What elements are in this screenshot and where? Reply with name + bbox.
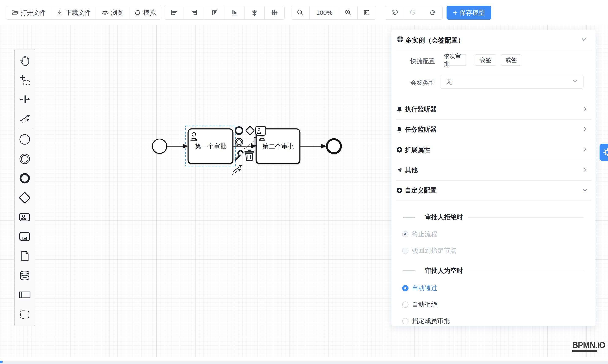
append-end-event-icon[interactable] bbox=[236, 127, 243, 134]
simulate-label: 模拟 bbox=[143, 8, 156, 17]
sign-type-select[interactable]: 无 bbox=[440, 75, 583, 89]
palette-participant[interactable] bbox=[14, 285, 35, 305]
align-right-icon bbox=[191, 9, 198, 16]
reject-section-title: 审批人拒绝时 bbox=[425, 213, 463, 221]
chevron-right-icon bbox=[582, 126, 588, 133]
zoom-out-button[interactable] bbox=[291, 6, 309, 19]
append-intermediate-event-icon[interactable] bbox=[235, 138, 243, 146]
section-label: 其他 bbox=[405, 166, 418, 174]
radio-unchecked-disabled-icon bbox=[402, 247, 409, 254]
palette-space-tool[interactable] bbox=[14, 90, 35, 109]
task1-label: 第一个审批 bbox=[195, 143, 226, 150]
palette-lasso-tool[interactable] bbox=[14, 70, 35, 90]
palette-end-event[interactable] bbox=[14, 169, 35, 188]
delete-trash-icon[interactable] bbox=[245, 150, 254, 161]
section-other[interactable]: 其他 bbox=[391, 160, 595, 180]
zoom-out-icon bbox=[297, 9, 304, 16]
palette-hand-tool[interactable] bbox=[14, 51, 35, 70]
palette-divider bbox=[17, 129, 32, 129]
radio-unchecked-icon bbox=[402, 318, 409, 324]
task2-label: 第二个审批 bbox=[262, 143, 294, 150]
chevron-right-icon bbox=[582, 106, 588, 113]
palette-data-store[interactable] bbox=[14, 266, 35, 285]
simulate-button[interactable]: 模拟 bbox=[129, 6, 161, 19]
change-type-wrench-icon[interactable] bbox=[235, 151, 243, 160]
chevron-right-icon bbox=[582, 167, 588, 173]
section-execution-listener[interactable]: 执行监听器 bbox=[391, 99, 595, 119]
append-gateway-icon[interactable] bbox=[246, 126, 254, 135]
save-model-button[interactable]: + 保存模型 bbox=[447, 6, 491, 20]
undo-button[interactable] bbox=[385, 6, 404, 19]
sequence-flow-1[interactable] bbox=[167, 144, 188, 149]
redo-button[interactable] bbox=[404, 6, 423, 19]
open-file-button[interactable]: 打开文件 bbox=[6, 6, 51, 19]
save-model-label: 保存模型 bbox=[460, 8, 485, 17]
align-right-button[interactable] bbox=[184, 6, 204, 19]
quick-option-sequential[interactable]: 依次审批 bbox=[444, 54, 466, 66]
chevron-down-icon[interactable] bbox=[581, 36, 587, 43]
toolbar: 打开文件 下载文件 浏览 模拟 bbox=[0, 0, 608, 25]
quick-option-orsign[interactable]: 或签 bbox=[501, 54, 521, 66]
align-left-button[interactable] bbox=[164, 6, 184, 19]
section-task-listener[interactable]: 任务监听器 bbox=[391, 119, 595, 140]
palette-start-event[interactable] bbox=[14, 130, 35, 149]
section-label: 执行监听器 bbox=[405, 105, 436, 114]
connect-icon bbox=[19, 113, 31, 125]
append-user-task-icon[interactable] bbox=[256, 126, 266, 135]
reset-button[interactable] bbox=[423, 6, 442, 19]
radio-terminate-process: 终止流程 bbox=[402, 230, 437, 238]
connect-tool-icon[interactable] bbox=[232, 165, 242, 175]
palette-global-connect-tool[interactable] bbox=[14, 109, 35, 129]
task-first-approval[interactable]: 第一个审批 bbox=[188, 129, 233, 164]
fit-viewport-button[interactable] bbox=[357, 6, 376, 19]
radio-assign-member[interactable]: 指定成员审批 bbox=[402, 317, 450, 325]
align-top-button[interactable] bbox=[204, 6, 224, 19]
quick-option-countersign[interactable]: 会签 bbox=[475, 54, 496, 66]
sequence-flow-3[interactable] bbox=[300, 144, 326, 149]
palette-intermediate-event[interactable] bbox=[14, 149, 35, 169]
panel-title: 多实例（会签配置） bbox=[405, 36, 464, 45]
plus-icon: + bbox=[453, 9, 457, 16]
end-event-icon bbox=[19, 172, 31, 184]
palette-gateway[interactable] bbox=[14, 188, 35, 208]
history-group bbox=[385, 6, 443, 20]
radio-return-to-node: 驳回到指定节点 bbox=[402, 246, 456, 255]
palette-subprocess[interactable] bbox=[14, 227, 35, 246]
download-file-button[interactable]: 下载文件 bbox=[51, 6, 96, 19]
radio-checked-disabled-icon bbox=[402, 231, 409, 237]
zoom-in-button[interactable] bbox=[339, 6, 357, 19]
radio-auto-pass[interactable]: 自动通过 bbox=[402, 284, 437, 292]
open-file-label: 打开文件 bbox=[21, 8, 46, 17]
zoom-level-display[interactable]: 100% bbox=[309, 6, 339, 19]
browse-button[interactable]: 浏览 bbox=[96, 6, 129, 19]
group-icon bbox=[19, 308, 31, 320]
radio-unchecked-icon bbox=[402, 301, 409, 308]
zoom-level-value: 100% bbox=[316, 9, 332, 16]
align-middle-button[interactable] bbox=[264, 6, 284, 19]
align-bottom-button[interactable] bbox=[224, 6, 244, 19]
section-label: 自定义配置 bbox=[405, 186, 436, 195]
radio-label: 自动拒绝 bbox=[412, 300, 437, 309]
space-tool-icon bbox=[19, 93, 31, 105]
end-event-shape[interactable] bbox=[327, 139, 341, 153]
section-custom-config[interactable]: 自定义配置 bbox=[391, 180, 595, 200]
radio-label: 终止流程 bbox=[412, 230, 437, 238]
align-center-button[interactable] bbox=[244, 6, 264, 19]
bell-icon bbox=[396, 126, 403, 133]
data-object-icon bbox=[19, 250, 31, 262]
section-extended-attributes[interactable]: 扩展属性 bbox=[391, 140, 595, 160]
palette-user-task[interactable] bbox=[14, 208, 35, 227]
palette-data-object[interactable] bbox=[14, 246, 35, 266]
horizontal-scrollbar[interactable] bbox=[0, 361, 608, 364]
plus-circle-icon bbox=[396, 146, 403, 154]
bpmn-io-watermark[interactable]: BPMN.iO bbox=[572, 340, 605, 352]
radio-auto-reject[interactable]: 自动拒绝 bbox=[402, 300, 437, 309]
chip-icon bbox=[134, 9, 141, 16]
settings-tab[interactable] bbox=[600, 144, 608, 161]
palette-group[interactable] bbox=[14, 305, 35, 324]
zoom-group: 100% bbox=[291, 6, 376, 20]
start-event-shape[interactable] bbox=[152, 139, 167, 153]
align-middle-vertical-icon bbox=[271, 9, 278, 16]
start-event-icon bbox=[19, 133, 31, 145]
browse-label: 浏览 bbox=[111, 8, 124, 17]
